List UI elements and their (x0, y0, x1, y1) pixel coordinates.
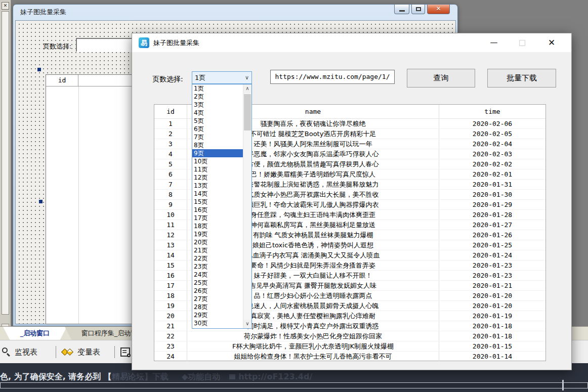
app-close-button[interactable]: ✕ (540, 33, 563, 52)
cell-time: 2020-01-30 (439, 190, 545, 199)
cell-time: 2020-01-21 (439, 281, 545, 290)
app-window: 易 妹子图批量采集 — □ ✕ 页数选择: 1页 ∨ https://www.m… (132, 33, 572, 370)
cell-time: 2020-02-01 (439, 169, 545, 179)
cell-id: 2 (154, 129, 187, 139)
cell-id: 9 (154, 200, 187, 209)
dropdown-option[interactable]: 19页 (192, 230, 243, 238)
dropdown-option[interactable]: 13页 (192, 182, 243, 190)
tab-startup-window[interactable]: _启动窗口 (3, 327, 67, 340)
cell-id: 13 (154, 240, 187, 250)
status-text-dim3: http://oF123.4d/ (238, 372, 312, 381)
magnifier-icon (2, 347, 11, 357)
doc-search-icon (120, 347, 130, 357)
combobox-value: 1页 (195, 74, 205, 81)
dropdown-option[interactable]: 29页 (192, 311, 243, 319)
dropdown-option[interactable]: 1页 (192, 84, 243, 93)
scroll-up-icon[interactable]: ∧ (243, 84, 251, 93)
cell-name: 荷尔蒙爆炸！性感美女小热巴化身空姐跟你回家 (187, 331, 439, 341)
cell-time: 2020-01-18 (439, 321, 545, 331)
dropdown-option[interactable]: 20页 (192, 238, 243, 246)
dropdown-option[interactable]: 6页 (192, 125, 243, 133)
cell-time: 2020-01-23 (439, 271, 545, 280)
cell-id: 23 (154, 341, 187, 351)
designer-titlebar[interactable]: 妹子图批量采集 ✕ (13, 5, 457, 19)
dropdown-option[interactable]: 30页 (192, 319, 243, 327)
cell-time: 2020-02-03 (439, 149, 545, 159)
status-text-dim1: 精易论坛】下载 (112, 372, 169, 381)
app-titlebar[interactable]: 易 妹子图批量采集 — □ ✕ (132, 33, 571, 52)
cell-id: 17 (154, 281, 187, 290)
cell-time: 2020-01-29 (439, 200, 545, 209)
cell-id: 5 (154, 159, 187, 169)
cell-id: 11 (154, 220, 187, 230)
dropdown-option[interactable]: 7页 (192, 133, 243, 141)
toolbar-item-variables[interactable]: 变量表 (62, 340, 100, 364)
designer-page-label: 页数选择: (43, 42, 71, 51)
status-progress-groove (0, 382, 588, 388)
cell-time: 2020-01-19 (439, 311, 545, 321)
dropdown-option[interactable]: 2页 (192, 93, 243, 101)
designer-close-button[interactable]: ✕ (427, 5, 450, 14)
dropdown-option[interactable]: 11页 (192, 165, 243, 173)
dropdown-option[interactable]: 5页 (192, 117, 243, 125)
cell-id: 21 (154, 321, 187, 331)
designer-minimize-button[interactable] (394, 5, 409, 14)
dropdown-option[interactable]: 18页 (192, 222, 243, 230)
app-window-title: 妹子图批量采集 (153, 38, 199, 48)
dropdown-option[interactable]: 23页 (192, 263, 243, 271)
cell-id: 22 (154, 331, 187, 341)
selection-handle[interactable] (37, 68, 41, 71)
panel-close-icon[interactable]: ✕ (2, 2, 9, 10)
designer-maximize-button[interactable] (411, 5, 425, 14)
designer-combo-box[interactable] (76, 38, 133, 52)
scroll-down-icon[interactable]: ∨ (243, 320, 251, 328)
table-row[interactable]: 22 荷尔蒙爆炸！性感美女小热巴化身空姐跟你回家 2020-01-18 (154, 331, 545, 341)
batch-download-button[interactable]: 批量下载 (487, 69, 556, 88)
query-button[interactable]: 查询 (407, 69, 475, 88)
dropdown-option[interactable]: 17页 (192, 214, 243, 222)
col-header-id: id (154, 105, 187, 118)
app-minimize-button[interactable]: — (482, 33, 506, 52)
cell-id: 10 (154, 210, 187, 220)
dropdown-option[interactable]: 28页 (192, 303, 243, 311)
dropdown-option[interactable]: 16页 (192, 206, 243, 214)
dropdown-option[interactable]: 26页 (192, 287, 243, 295)
toolbar-separator (56, 346, 56, 358)
cell-id: 1 (154, 119, 187, 128)
left-dock-panel: ✕ (0, 0, 11, 363)
toolbar-item-watch[interactable]: 监视表 (2, 340, 37, 364)
url-input[interactable]: https://www.mzitu.com/page/1/ (270, 70, 395, 84)
table-row[interactable]: 23 F杯大胸堪比奶牛，童颜巨乳小尤奈透明JK制服火辣爆棚 2020-01-15 (154, 341, 545, 352)
page-dropdown-list: 1页 2页 3页 4页 5页 6页 7页 8页 9页 10页 11页 (192, 84, 243, 328)
cell-time: 2020-02-02 (439, 159, 545, 169)
dropdown-option[interactable]: 15页 (192, 198, 243, 206)
dropdown-option[interactable]: 25页 (192, 279, 243, 287)
dropdown-option[interactable]: 9页 (192, 149, 243, 157)
dropdown-option[interactable]: 12页 (192, 173, 243, 182)
selection-handle[interactable] (39, 200, 43, 203)
dropdown-option[interactable]: 4页 (192, 109, 243, 117)
dropdown-option[interactable]: 3页 (192, 101, 243, 109)
cell-time: 2020-01-27 (439, 220, 545, 230)
cell-id: 15 (154, 260, 187, 270)
scrollbar-thumb[interactable] (244, 94, 251, 130)
dropdown-option[interactable]: 14页 (192, 190, 243, 198)
cell-id: 19 (154, 301, 187, 311)
maximize-icon (416, 7, 421, 11)
dropdown-option[interactable]: 24页 (192, 271, 243, 279)
panel-scroll-strip[interactable] (2, 11, 9, 315)
cell-id: 14 (154, 250, 187, 260)
dropdown-option[interactable]: 22页 (192, 254, 243, 263)
status-marquee-text: 色, 为了确保安全, 请务必到 【精易论坛】下载◆功能自动http://oF12… (0, 372, 312, 382)
minimize-icon (399, 10, 405, 12)
app-maximize-button[interactable]: □ (511, 33, 534, 52)
dropdown-option[interactable]: 8页 (192, 141, 243, 149)
dropdown-scrollbar[interactable]: ∧ ∨ (243, 84, 251, 328)
dropdown-option[interactable]: 21页 (192, 246, 243, 254)
table-row[interactable]: 24 姐姐给你检查身体！黑衣护士朱可儿香艳高污非看不可 2020-01-14 (154, 352, 545, 362)
app-logo-icon: 易 (139, 37, 149, 48)
page-select-combobox[interactable]: 1页 ∨ (192, 71, 252, 84)
dropdown-option[interactable]: 27页 (192, 295, 243, 303)
dropdown-option[interactable]: 10页 (192, 157, 243, 165)
cell-name: 姐姐给你检查身体！黑衣护士朱可儿香艳高污非看不可 (187, 352, 439, 361)
